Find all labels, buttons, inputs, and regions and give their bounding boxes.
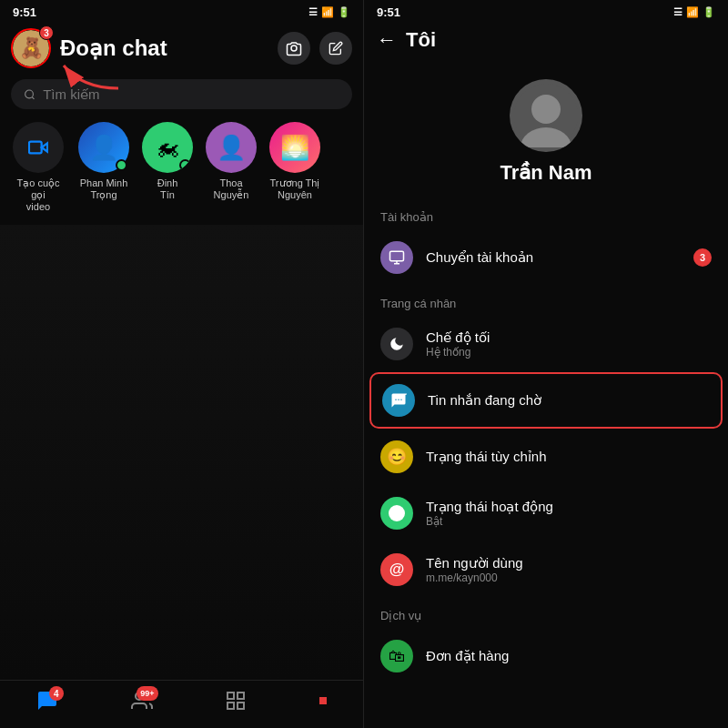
story-label-create: Tạo cuộc gọivideo <box>11 177 66 214</box>
pending-messages-label: Tin nhắn đang chờ <box>428 392 710 409</box>
svg-point-13 <box>398 399 399 401</box>
grid-nav-icon <box>225 690 247 712</box>
section-label-account: Tài khoản <box>364 199 728 229</box>
back-button[interactable]: ← <box>377 28 397 52</box>
switch-account-text: Chuyển tài khoản <box>426 249 681 266</box>
custom-status-label: Trạng thái tùy chỉnh <box>426 449 712 465</box>
right-status-bar: 9:51 ☰📶🔋 <box>364 0 728 23</box>
story-avatar-4: 🌅 <box>269 122 320 173</box>
svg-rect-3 <box>29 142 42 154</box>
svg-point-15 <box>400 399 402 401</box>
menu-item-username[interactable]: @ Tên người dùng m.me/kayn000 <box>364 541 728 598</box>
story-item-2[interactable]: 🏍 ĐinhTín <box>142 122 193 214</box>
custom-status-icon: 😊 <box>380 440 413 473</box>
people-nav-badge: 99+ <box>136 686 157 701</box>
active-status-text: Trạng thái hoạt động Bật <box>426 499 712 528</box>
bottom-nav: 4 99+ <box>0 680 363 728</box>
nav-chat[interactable]: 4 <box>36 690 58 712</box>
header-icons <box>278 32 352 65</box>
active-status-label: Trạng thái hoạt động <box>426 499 712 515</box>
left-status-bar: 9:51 ☰📶🔋 <box>0 0 363 23</box>
search-icon <box>24 88 35 101</box>
menu-item-dark-mode[interactable]: Chế độ tối Hệ thống <box>364 316 728 372</box>
search-bar[interactable] <box>11 79 352 109</box>
active-status-sub: Bật <box>426 515 712 528</box>
orders-label: Đơn đặt hàng <box>426 648 712 664</box>
menu-item-custom-status[interactable]: 😊 Trạng thái tùy chỉnh <box>364 429 728 485</box>
svg-rect-5 <box>228 693 234 699</box>
dark-mode-icon <box>380 328 413 360</box>
story-item-4[interactable]: 🌅 Trương ThịNguyên <box>269 122 320 214</box>
story-label-3: ThoaNguyễn <box>214 177 249 201</box>
menu-item-active-status[interactable]: Trạng thái hoạt động Bật <box>364 485 728 541</box>
svg-rect-8 <box>238 703 244 709</box>
left-panel: 9:51 ☰📶🔋 🧸 3 Đoạn chat <box>0 0 364 728</box>
left-time: 9:51 <box>13 5 36 19</box>
right-time: 9:51 <box>377 5 400 19</box>
active-status-icon <box>380 497 413 530</box>
nav-grid[interactable] <box>225 690 247 712</box>
orders-text: Đơn đặt hàng <box>426 648 712 664</box>
menu-item-pending-messages[interactable]: Tin nhắn đang chờ <box>369 372 723 429</box>
avatar-badge: 3 <box>39 25 54 40</box>
right-header: ← Tôi <box>364 23 728 61</box>
dark-mode-text: Chế độ tối Hệ thống <box>426 329 712 359</box>
right-status-icons: ☰📶🔋 <box>673 6 715 18</box>
menu-item-switch-account[interactable]: Chuyển tài khoản 3 <box>364 229 728 286</box>
story-avatar-1: 👤 <box>78 122 129 173</box>
online-dot-2 <box>179 159 191 171</box>
custom-status-text: Trạng thái tùy chỉnh <box>426 449 712 465</box>
search-input[interactable] <box>43 86 339 102</box>
pending-messages-icon <box>382 384 415 417</box>
profile-section: Trần Nam <box>364 61 728 199</box>
story-avatar-2: 🏍 <box>142 122 193 173</box>
story-label-2: ĐinhTín <box>157 177 178 201</box>
right-panel: 9:51 ☰📶🔋 ← Tôi Trần Nam Tài khoản <box>364 0 728 728</box>
svg-rect-12 <box>390 251 404 261</box>
story-item-create[interactable]: Tạo cuộc gọivideo <box>11 122 66 214</box>
nav-dot[interactable] <box>319 697 327 704</box>
story-item-3[interactable]: 👤 ThoaNguyễn <box>206 122 257 214</box>
camera-icon-btn[interactable] <box>278 32 310 65</box>
profile-avatar <box>510 79 582 152</box>
username-icon: @ <box>380 553 413 586</box>
page-title: Đoạn chat <box>60 35 268 61</box>
online-dot-1 <box>116 159 127 171</box>
svg-rect-6 <box>238 693 244 699</box>
dark-mode-label: Chế độ tối <box>426 329 712 346</box>
profile-name: Trần Nam <box>500 161 592 185</box>
story-row: Tạo cuộc gọivideo 👤 Phan MinhTrọng 🏍 Đin… <box>0 118 363 225</box>
create-call-btn[interactable] <box>13 122 64 173</box>
username-text: Tên người dùng m.me/kayn000 <box>426 555 712 584</box>
switch-account-badge: 3 <box>693 248 712 267</box>
orders-icon: 🛍 <box>380 640 413 672</box>
switch-account-icon <box>380 241 413 274</box>
section-label-profile: Trang cá nhân <box>364 286 728 316</box>
username-label: Tên người dùng <box>426 555 712 571</box>
chat-nav-badge: 4 <box>49 686 64 701</box>
svg-point-2 <box>25 90 34 98</box>
section-label-services: Dịch vụ <box>364 598 728 628</box>
story-item-1[interactable]: 👤 Phan MinhTrọng <box>78 122 129 214</box>
menu-item-orders[interactable]: 🛍 Đơn đặt hàng <box>364 628 728 684</box>
svg-point-10 <box>531 95 561 124</box>
switch-account-label: Chuyển tài khoản <box>426 249 681 266</box>
story-avatar-3: 👤 <box>206 122 257 173</box>
story-label-4: Trương ThịNguyên <box>270 177 320 201</box>
left-status-icons: ☰📶🔋 <box>308 6 350 18</box>
svg-rect-7 <box>228 703 234 709</box>
svg-point-0 <box>291 46 297 51</box>
left-header: 🧸 3 Đoạn chat <box>0 23 363 76</box>
avatar-badge-wrap[interactable]: 🧸 3 <box>11 28 51 68</box>
pending-messages-text: Tin nhắn đang chờ <box>428 392 710 409</box>
right-panel-title: Tôi <box>406 28 436 52</box>
menu-list: Tài khoản Chuyển tài khoản 3 Trang cá nh… <box>364 199 728 728</box>
dark-mode-sub: Hệ thống <box>426 346 712 359</box>
edit-icon-btn[interactable] <box>319 32 352 65</box>
svg-point-14 <box>395 399 397 401</box>
story-label-1: Phan MinhTrọng <box>80 177 128 201</box>
nav-people[interactable]: 99+ <box>131 690 153 712</box>
chat-list <box>0 225 363 680</box>
username-sub: m.me/kayn000 <box>426 571 712 584</box>
